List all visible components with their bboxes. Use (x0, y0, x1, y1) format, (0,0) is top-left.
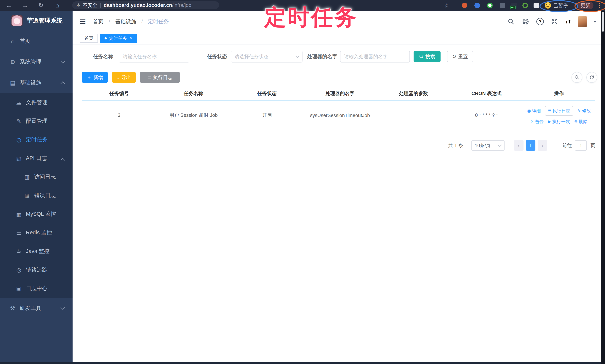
eye-icon: ◎ (15, 267, 22, 273)
sidebar-item-label: MySQL 监控 (26, 210, 56, 218)
extensions-puzzle-icon[interactable] (534, 3, 539, 8)
home-icon: ⌂ (9, 38, 16, 44)
browser-forward-icon[interactable]: → (21, 0, 29, 11)
tab-scheduled-jobs[interactable]: 定时任务 × (100, 34, 137, 43)
exec-log-button[interactable]: ≣ 执行日志 (140, 72, 180, 83)
sidebar-item-label: 系统管理 (20, 58, 41, 66)
handler-name-input[interactable] (340, 51, 410, 63)
github-icon[interactable] (522, 18, 529, 25)
exec-log-link[interactable]: ≣执行日志 (545, 106, 573, 116)
error-log-icon: ▨ (24, 192, 30, 199)
toggle-search-button[interactable] (572, 72, 582, 83)
trash-icon: ⊖ (574, 119, 578, 124)
column-header: 任务状态 (231, 90, 303, 97)
next-page-button[interactable]: › (538, 140, 547, 151)
extension-on-badge: on (510, 6, 515, 9)
table-header-row: 任务编号 任务名称 任务状态 处理器的名字 处理器的参数 CRON 表达式 操作 (82, 87, 595, 100)
extension-icon[interactable] (462, 3, 467, 8)
chevron-down-icon (60, 59, 65, 64)
breadcrumb-separator: / (109, 19, 110, 25)
sidebar-item-trace[interactable]: ◎ 链路追踪 (0, 260, 73, 279)
exec-log-button-label: 执行日志 (153, 74, 172, 81)
breadcrumb-infra[interactable]: 基础设施 (115, 18, 136, 25)
eye-icon: ◉ (527, 108, 531, 113)
sidebar-item-config-manage[interactable]: ✎ 配置管理 (0, 112, 73, 130)
url-host: dashboard.yudao.iocoder.cn (104, 2, 172, 8)
browser-update-button[interactable]: 更新 (577, 2, 593, 9)
browser-menu-kebab-icon[interactable]: ⋮ (596, 0, 602, 11)
table-row[interactable]: 3 用户 Session 超时 Job 开启 sysUserSessionTim… (82, 101, 595, 130)
search-button[interactable]: 搜索 (414, 51, 441, 62)
sidebar-item-file-manage[interactable]: ☁ 文件管理 (0, 93, 73, 112)
user-avatar[interactable] (578, 16, 587, 27)
reset-button[interactable]: ↻ 重置 (447, 51, 473, 62)
delete-link[interactable]: ⊖删除 (574, 119, 588, 125)
extension-icon[interactable] (500, 3, 505, 8)
sidebar-item-home[interactable]: ⌂ 首页 (0, 31, 73, 52)
tab-home[interactable]: 首页 (80, 34, 98, 43)
add-button[interactable]: ＋ 新增 (82, 72, 108, 83)
sidebar-item-scheduled-jobs[interactable]: ◷ 定时任务 (0, 130, 73, 149)
close-icon[interactable]: × (130, 36, 132, 41)
help-icon[interactable]: ? (536, 18, 544, 25)
refresh-table-button[interactable] (586, 72, 597, 83)
scrollbar-thumb[interactable] (602, 12, 604, 32)
window-scrollbar-track[interactable] (601, 11, 605, 364)
chevron-down-icon (60, 305, 65, 310)
job-name-input[interactable] (119, 51, 189, 63)
export-button[interactable]: ↓ 导出 (112, 72, 136, 83)
sidebar-item-mysql-monitor[interactable]: ▦ MySQL 监控 (0, 205, 73, 223)
address-bar[interactable]: ⚠ 不安全 dashboard.yudao.iocoder.cn /infra/… (72, 1, 219, 9)
sidebar-item-redis-monitor[interactable]: ☰ Redis 监控 (0, 223, 73, 242)
sidebar-item-java-monitor[interactable]: ☕ Java 监控 (0, 242, 73, 260)
extension-icon[interactable] (474, 3, 480, 8)
app-logo: 芋道管理系统 (0, 11, 73, 31)
sidebar-item-label: API 日志 (26, 155, 47, 162)
extension-icon[interactable] (487, 3, 493, 8)
table-tools (572, 72, 597, 83)
page-1-button[interactable]: 1 (526, 140, 535, 151)
sidebar-item-error-log[interactable]: ▨ 错误日志 (0, 186, 73, 205)
browser-back-icon[interactable]: ← (5, 0, 13, 11)
edit-link[interactable]: ✎修改 (578, 108, 591, 114)
pagination-total: 共 1 条 (448, 142, 463, 149)
active-tab-dot (105, 37, 107, 39)
access-log-icon: ▥ (24, 174, 30, 180)
paused-label: 已暂停 (553, 2, 568, 9)
prev-page-button[interactable]: ‹ (514, 140, 524, 151)
sidebar-item-infra[interactable]: ▤ 基础设施 (0, 72, 73, 93)
breadcrumb-home[interactable]: 首页 (93, 18, 104, 25)
sidebar-item-access-log[interactable]: ▥ 访问日志 (0, 168, 73, 186)
sidebar-item-dev-tools[interactable]: ⚒ 研发工具 (0, 298, 73, 319)
job-status-select[interactable]: 请选择任务状态 (231, 51, 302, 63)
bookmark-star-icon[interactable]: ☆ (443, 0, 451, 11)
browser-home-icon[interactable]: ⌂ (53, 0, 61, 11)
run-once-link-label: 执行一次 (552, 119, 570, 125)
fullscreen-icon[interactable] (551, 18, 558, 25)
page-size-select[interactable]: 10条/页 (472, 140, 505, 151)
run-once-link[interactable]: ▶执行一次 (548, 119, 570, 125)
redis-icon: ☰ (15, 230, 22, 236)
list-icon: ≣ (147, 75, 151, 80)
handler-name-label: 处理器的名字 (307, 53, 337, 60)
search-icon[interactable] (507, 18, 515, 25)
collapse-sidebar-icon[interactable]: ☰ (80, 17, 88, 26)
annotation-overlay-title: 定时任务 (264, 3, 358, 32)
font-size-icon[interactable]: TT (565, 18, 571, 25)
sidebar-item-log-center[interactable]: ▣ 日志中心 (0, 279, 73, 298)
extension-key-icon[interactable] (522, 3, 528, 8)
sidebar-item-system[interactable]: ⚙ 系统管理 (0, 52, 73, 72)
java-icon: ☕ (15, 248, 22, 255)
pause-link[interactable]: ✕暂停 (530, 119, 544, 125)
sidebar-item-label: 文件管理 (26, 99, 47, 106)
avatar-caret-down-icon[interactable]: ▾ (594, 19, 596, 24)
jobs-table: 任务编号 任务名称 任务状态 处理器的名字 处理器的参数 CRON 表达式 操作… (82, 87, 595, 130)
extension-list-icon[interactable]: on (511, 3, 517, 8)
browser-reload-icon[interactable]: ↻ (37, 0, 45, 11)
job-name-label: 任务名称 (93, 53, 113, 60)
profile-paused-chip[interactable]: 已暂停 (545, 2, 568, 9)
goto-page-input[interactable] (575, 140, 587, 151)
sidebar-item-label: 研发工具 (20, 304, 41, 312)
detail-link[interactable]: ◉详细 (527, 108, 541, 114)
sidebar-item-api-log[interactable]: ▧ API 日志 (0, 149, 73, 168)
